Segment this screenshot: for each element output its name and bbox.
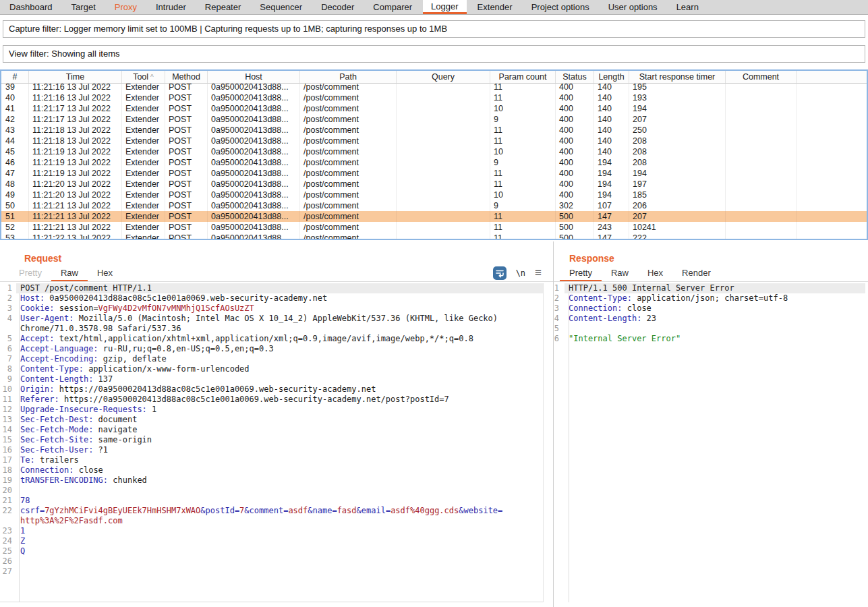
column-header-host[interactable]: Host xyxy=(208,71,300,83)
table-cell: POST xyxy=(165,211,208,222)
menu-item-dashboard[interactable]: Dashboard xyxy=(1,0,61,14)
line-number: 8 xyxy=(0,364,16,374)
response-tab-raw[interactable]: Raw xyxy=(602,266,638,282)
line-number: 1 xyxy=(554,283,565,293)
menu-item-sequencer[interactable]: Sequencer xyxy=(252,0,310,14)
editor-line: 19tRANSFER-ENCODING: chunked xyxy=(0,475,543,486)
table-cell xyxy=(797,200,867,211)
line-content: csrf=7gYzhMCiFvi4gBEyUEEk7HmHSHM7xWAO&po… xyxy=(16,506,543,516)
table-cell: 11 xyxy=(490,168,556,179)
table-row-49[interactable]: 4911:21:20 13 Jul 2022ExtenderPOST0a9500… xyxy=(1,190,867,200)
newline-chars-icon[interactable]: \n xyxy=(516,268,525,278)
column-header-start-response-timer[interactable]: Start response timer xyxy=(629,71,726,83)
table-row-46[interactable]: 4611:21:19 13 Jul 2022ExtenderPOST0a9500… xyxy=(1,157,867,168)
table-row-53[interactable]: 5311:21:22 13 Jul 2022ExtenderPOST0a9500… xyxy=(1,233,867,239)
column-header-time[interactable]: Time xyxy=(29,71,122,83)
line-content xyxy=(16,556,543,567)
table-cell: 44 xyxy=(1,136,29,146)
table-cell: 500 xyxy=(556,222,594,233)
table-cell xyxy=(397,200,490,211)
table-cell: Extender xyxy=(122,146,165,157)
menu-item-logger[interactable]: Logger xyxy=(423,0,466,14)
menu-item-intruder[interactable]: Intruder xyxy=(148,0,194,14)
menu-item-target[interactable]: Target xyxy=(63,0,104,14)
table-cell xyxy=(397,157,490,168)
response-tab-pretty[interactable]: Pretty xyxy=(560,266,602,282)
table-cell xyxy=(726,233,797,239)
menu-item-extender[interactable]: Extender xyxy=(469,0,521,14)
menu-item-project-options[interactable]: Project options xyxy=(523,0,598,14)
table-row-48[interactable]: 4811:21:20 13 Jul 2022ExtenderPOST0a9500… xyxy=(1,179,867,190)
column-header-tool[interactable]: Tool^ xyxy=(122,71,165,83)
editor-line: 24Z xyxy=(0,536,543,546)
wrap-lines-icon[interactable] xyxy=(493,266,507,280)
table-row-52[interactable]: 5211:21:21 13 Jul 2022ExtenderPOST0a9500… xyxy=(1,222,867,233)
table-cell: 49 xyxy=(1,190,29,200)
request-tab-raw[interactable]: Raw xyxy=(51,266,88,282)
table-row-43[interactable]: 4311:21:18 13 Jul 2022ExtenderPOST0a9500… xyxy=(1,125,867,136)
request-tab-hex[interactable]: Hex xyxy=(88,266,122,282)
table-cell: /post/comment xyxy=(300,211,397,222)
table-cell: 11:21:16 13 Jul 2022 xyxy=(29,92,122,103)
table-cell: 11:21:18 13 Jul 2022 xyxy=(29,125,122,136)
column-header-query[interactable]: Query xyxy=(397,71,490,83)
table-cell: 11 xyxy=(490,233,556,239)
table-cell xyxy=(797,146,867,157)
capture-filter-bar[interactable]: Capture filter: Logger memory limit set … xyxy=(3,20,865,38)
table-row-50[interactable]: 5011:21:21 13 Jul 2022ExtenderPOST0a9500… xyxy=(1,200,867,211)
table-cell: Extender xyxy=(122,103,165,114)
table-cell: 48 xyxy=(1,179,29,190)
line-number: 5 xyxy=(0,334,16,344)
editor-menu-icon[interactable]: ≡ xyxy=(535,266,542,280)
response-tab-hex[interactable]: Hex xyxy=(638,266,672,282)
line-content: Sec-Fetch-Site: same-origin xyxy=(16,435,543,445)
response-editor[interactable]: 1HTTP/1.1 500 Internal Server Error2Cont… xyxy=(554,283,865,602)
column-header-comment[interactable]: Comment xyxy=(726,71,797,83)
table-cell: 11:21:20 13 Jul 2022 xyxy=(29,190,122,200)
request-editor[interactable]: 1POST /post/comment HTTP/1.12Host: 0a950… xyxy=(0,283,544,602)
menu-item-learn[interactable]: Learn xyxy=(668,0,707,14)
column-header-param-count[interactable]: Param count xyxy=(490,71,556,83)
table-row-44[interactable]: 4411:21:18 13 Jul 2022ExtenderPOST0a9500… xyxy=(1,136,867,146)
table-row-51[interactable]: 5111:21:21 13 Jul 2022ExtenderPOST0a9500… xyxy=(1,211,867,222)
editor-line: 7Accept-Encoding: gzip, deflate xyxy=(0,354,543,364)
editor-line: 8Content-Type: application/x-www-form-ur… xyxy=(0,364,543,374)
menu-item-comparer[interactable]: Comparer xyxy=(365,0,420,14)
table-row-40[interactable]: 4011:21:16 13 Jul 2022ExtenderPOST0a9500… xyxy=(1,92,867,103)
table-row-47[interactable]: 4711:21:19 13 Jul 2022ExtenderPOST0a9500… xyxy=(1,168,867,179)
line-number: 17 xyxy=(0,455,16,465)
table-cell: 50 xyxy=(1,200,29,211)
table-row-42[interactable]: 4211:21:17 13 Jul 2022ExtenderPOST0a9500… xyxy=(1,114,867,125)
table-row-41[interactable]: 4111:21:17 13 Jul 2022ExtenderPOST0a9500… xyxy=(1,103,867,114)
editor-line: 1HTTP/1.1 500 Internal Server Error xyxy=(554,283,865,293)
menu-item-proxy[interactable]: Proxy xyxy=(107,0,145,14)
column-header-path[interactable]: Path xyxy=(300,71,397,83)
column-header-length[interactable]: Length xyxy=(594,71,629,83)
table-cell: 500 xyxy=(556,211,594,222)
table-cell xyxy=(726,200,797,211)
table-cell xyxy=(397,211,490,222)
line-number: 2 xyxy=(554,293,565,304)
table-cell: 0a9500020413d88... xyxy=(208,125,300,136)
table-cell: 11:21:20 13 Jul 2022 xyxy=(29,179,122,190)
table-cell: 11:21:21 13 Jul 2022 xyxy=(29,211,122,222)
editor-line: Chrome/71.0.3578.98 Safari/537.36 xyxy=(0,324,543,334)
menu-item-repeater[interactable]: Repeater xyxy=(197,0,249,14)
response-tab-render[interactable]: Render xyxy=(672,266,720,282)
menu-item-user-options[interactable]: User options xyxy=(600,0,666,14)
menu-item-decoder[interactable]: Decoder xyxy=(313,0,362,14)
table-cell: 147 xyxy=(594,233,629,239)
editor-line: 25Q xyxy=(0,546,543,556)
column-header-status[interactable]: Status xyxy=(556,71,594,83)
table-cell: 9 xyxy=(490,114,556,125)
table-body: 3911:21:16 13 Jul 2022ExtenderPOST0a9500… xyxy=(1,82,867,239)
request-tab-pretty[interactable]: Pretty xyxy=(9,266,51,282)
view-filter-bar[interactable]: View filter: Showing all items xyxy=(3,45,865,63)
line-content: Connection: close xyxy=(565,304,865,314)
column-header-method[interactable]: Method xyxy=(165,71,208,83)
line-content: Content-Length: 137 xyxy=(16,374,543,384)
editor-line: 4User-Agent: Mozilla/5.0 (Macintosh; Int… xyxy=(0,314,543,324)
table-cell xyxy=(726,179,797,190)
column-header-[interactable]: # xyxy=(1,71,29,83)
table-row-45[interactable]: 4511:21:19 13 Jul 2022ExtenderPOST0a9500… xyxy=(1,146,867,157)
